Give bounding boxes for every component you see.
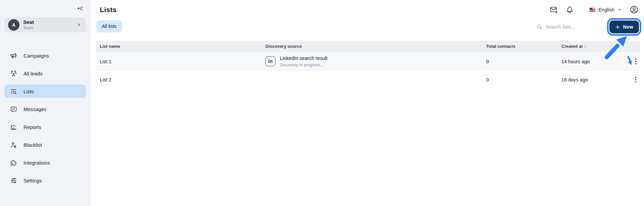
- divider: [582, 4, 582, 15]
- tab-label: All lists: [102, 24, 117, 29]
- toolbar: All lists New: [91, 15, 644, 33]
- list-name: List 2: [96, 77, 265, 82]
- list-name: List 1: [96, 59, 265, 64]
- list-search-icon: [10, 88, 17, 95]
- table-header-row: List name Discovery source Total contact…: [96, 41, 640, 52]
- created-at: 14 hours ago: [561, 59, 627, 64]
- sidebar-item-label: Lists: [24, 89, 34, 94]
- row-actions-kebab-icon[interactable]: [635, 76, 640, 83]
- language-label: English: [598, 7, 614, 12]
- search-box: [534, 21, 603, 33]
- search-icon: [536, 24, 543, 30]
- message-bubble-icon: [10, 106, 17, 113]
- total-contacts: 0: [486, 59, 561, 64]
- sidebar-item-label: All leads: [24, 71, 43, 76]
- plus-icon: [615, 25, 620, 30]
- team-name: Seat: [23, 19, 73, 25]
- team-role: Team: [23, 26, 73, 31]
- chevron-right-icon: [77, 23, 81, 27]
- new-button[interactable]: New: [609, 21, 639, 33]
- team-avatar: A: [8, 19, 19, 31]
- team-switcher[interactable]: A Seat Team: [4, 18, 86, 32]
- sort-asc-icon: ↑: [584, 44, 587, 49]
- table-row[interactable]: List 1 in LinkedIn search result Discove…: [96, 52, 640, 71]
- user-blocked-icon: [10, 141, 17, 148]
- sidebar-item-label: Blacklist: [24, 142, 42, 148]
- sidebar-item-integrations[interactable]: Integrations: [4, 156, 86, 169]
- sidebar-item-campaigns[interactable]: Campaigns: [4, 49, 86, 62]
- sidebar-item-label: Campaigns: [24, 53, 49, 59]
- column-header-total-contacts[interactable]: Total contacts: [486, 44, 561, 49]
- us-flag-icon: [590, 8, 595, 12]
- sidebar: A Seat Team Campaigns: [0, 0, 91, 206]
- mail-plus-icon[interactable]: [550, 5, 558, 14]
- linkedin-icon: in: [265, 56, 275, 66]
- bell-icon[interactable]: [566, 6, 574, 14]
- new-button-label: New: [623, 24, 633, 30]
- sidebar-item-messages[interactable]: Messages: [4, 102, 86, 116]
- sidebar-item-all-leads[interactable]: All leads: [4, 67, 86, 80]
- sidebar-nav: Campaigns All leads: [0, 49, 91, 187]
- sidebar-collapse-icon[interactable]: [77, 5, 84, 12]
- lists-table: List name Discovery source Total contact…: [96, 41, 640, 88]
- row-actions-kebab-icon[interactable]: [635, 58, 640, 65]
- total-contacts: 0: [486, 77, 561, 82]
- source-status: Discovery in progress...: [280, 63, 328, 67]
- column-header-list-name[interactable]: List name: [96, 44, 265, 49]
- sidebar-item-reports[interactable]: Reports: [4, 120, 86, 134]
- search-input[interactable]: [546, 24, 600, 30]
- megaphone-icon: [10, 52, 17, 59]
- column-header-discovery-source[interactable]: Discovery source: [265, 44, 486, 49]
- page-title: Lists: [100, 6, 117, 14]
- language-selector[interactable]: English: [590, 7, 622, 12]
- bar-chart-icon: [10, 124, 17, 131]
- user-profile-icon[interactable]: [630, 5, 639, 14]
- puzzle-piece-icon: [10, 159, 17, 166]
- sliders-icon: [10, 177, 17, 184]
- chevron-down-icon: [617, 7, 622, 12]
- sidebar-item-label: Reports: [24, 124, 41, 130]
- sidebar-item-blacklist[interactable]: Blacklist: [4, 138, 86, 151]
- sidebar-item-label: Settings: [24, 178, 42, 183]
- sidebar-item-lists[interactable]: Lists: [4, 84, 86, 98]
- source-title: LinkedIn search result: [280, 56, 328, 61]
- table-row[interactable]: List 2 0 16 days ago: [96, 71, 640, 88]
- sidebar-item-settings[interactable]: Settings: [4, 174, 86, 187]
- users-group-icon: [10, 70, 17, 77]
- sidebar-item-label: Integrations: [24, 160, 50, 166]
- topbar: Lists English: [91, 0, 644, 15]
- sidebar-item-label: Messages: [24, 106, 46, 112]
- created-at: 16 days ago: [561, 77, 627, 82]
- main-content: Lists English: [91, 0, 644, 206]
- tab-all-lists[interactable]: All lists: [96, 20, 122, 32]
- column-header-created-at[interactable]: Created at↑: [561, 44, 627, 49]
